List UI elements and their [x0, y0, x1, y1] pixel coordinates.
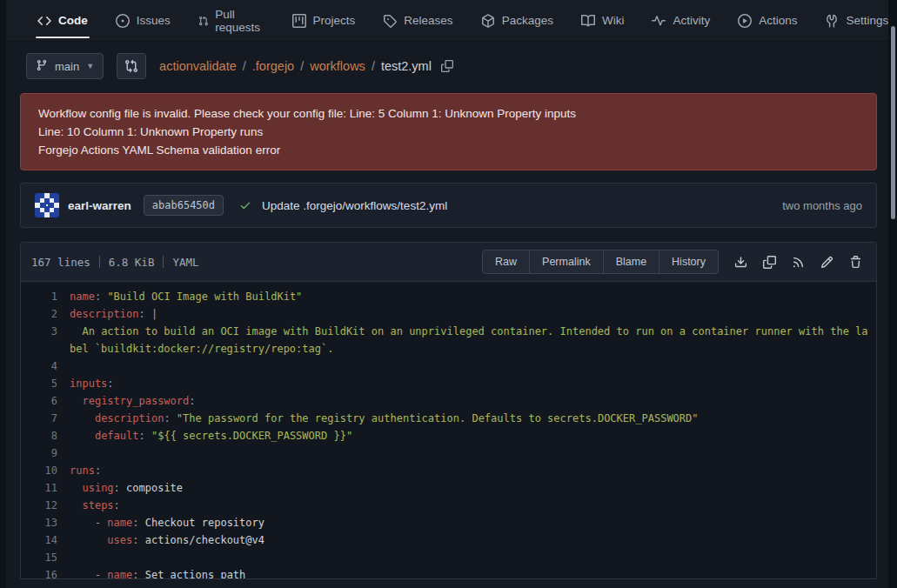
line-number[interactable]: 5 [21, 375, 70, 392]
tab-label: Projects [313, 14, 356, 27]
play-circle-icon [738, 14, 752, 28]
tab-releases[interactable]: Releases [369, 0, 466, 41]
package-icon [481, 14, 495, 28]
tab-actions[interactable]: Actions [724, 0, 811, 41]
trash-button[interactable] [846, 252, 866, 272]
compare-branches-button[interactable] [117, 53, 146, 79]
tab-settings[interactable]: Settings [811, 0, 897, 41]
commit-sha-link[interactable]: abab65450d [144, 195, 224, 216]
branch-selector-button[interactable]: main ▼ [26, 53, 104, 79]
pulse-icon [652, 14, 666, 28]
pencil-icon [820, 256, 833, 269]
tab-label: Packages [502, 14, 553, 27]
code-line: 4 [21, 357, 876, 375]
git-branch-icon [36, 59, 48, 71]
breadcrumb-segment-test2-yml: test2.yml [381, 59, 432, 73]
breadcrumb-segment-workflows[interactable]: workflows [310, 59, 365, 73]
tab-packages[interactable]: Packages [467, 0, 567, 41]
copy-button[interactable] [760, 252, 780, 272]
line-number[interactable]: 2 [21, 305, 70, 323]
permalink-button[interactable]: Permalink [530, 250, 604, 274]
line-content: - name: Checkout repository [70, 514, 876, 531]
history-button[interactable]: History [659, 250, 719, 274]
line-number[interactable]: 12 [21, 497, 70, 514]
line-number[interactable]: 16 [21, 566, 70, 579]
commit-time: two months ago [782, 199, 862, 212]
rss-button[interactable] [788, 252, 808, 272]
view-mode-buttons: RawPermalinkBlameHistory [482, 250, 719, 274]
code-line: 6 registry_password: [21, 392, 876, 410]
file-line-count: 167 lines [31, 256, 90, 269]
breadcrumb-separator: / [243, 59, 246, 73]
pencil-button[interactable] [817, 252, 837, 272]
tab-label: Settings [846, 14, 888, 27]
line-number[interactable]: 9 [21, 444, 70, 462]
file-size: 6.8 KiB [109, 256, 155, 269]
repo-tab-bar: CodeIssuesPull requestsProjectsReleasesP… [0, 0, 897, 42]
tab-label: Actions [759, 14, 797, 27]
code-line: 7 description: "The password for the reg… [21, 410, 876, 427]
commit-message-link[interactable]: Update .forgejo/workflows/test2.yml [262, 199, 447, 212]
code-line: 5inputs: [21, 375, 876, 392]
breadcrumb-segment-actionvalidate[interactable]: actionvalidate [159, 59, 237, 73]
file-info: 167 lines 6.8 KiB YAML [31, 256, 199, 269]
breadcrumb-separator: / [300, 59, 304, 73]
code-line: 8 default: "${{ secrets.DOCKER_PASSWORD … [21, 427, 876, 444]
error-line: Forgejo Actions YAML Schema validation e… [38, 141, 859, 159]
tab-code[interactable]: Code [23, 0, 102, 41]
code-line: 3 An action to build an OCI image with B… [21, 323, 876, 357]
tools-icon [825, 14, 839, 28]
tab-label: Issues [137, 14, 171, 27]
tab-projects[interactable]: Projects [278, 0, 370, 41]
breadcrumb-segment--forgejo[interactable]: .forgejo [252, 59, 294, 73]
branch-name: main [55, 60, 79, 73]
project-board-icon [292, 14, 306, 28]
tab-label: Code [58, 14, 88, 27]
line-content: registry_password: [70, 392, 876, 410]
raw-button[interactable]: Raw [482, 250, 530, 274]
blame-button[interactable]: Blame [604, 250, 659, 274]
tab-label: Activity [673, 14, 710, 27]
line-number[interactable]: 14 [21, 531, 70, 549]
code-line: 12 steps: [21, 497, 876, 514]
scrollbar-track[interactable] [888, 0, 897, 588]
line-number[interactable]: 1 [21, 288, 70, 305]
line-number[interactable]: 6 [21, 392, 70, 410]
line-number[interactable]: 4 [21, 357, 70, 375]
line-content [70, 444, 876, 462]
tab-wiki[interactable]: Wiki [567, 0, 639, 41]
latest-commit-bar: earl-warren abab65450d Update .forgejo/w… [20, 183, 877, 228]
tab-pull-requests[interactable]: Pull requests [184, 0, 278, 41]
commit-author-link[interactable]: earl-warren [68, 199, 131, 212]
tab-issues[interactable]: Issues [102, 0, 184, 41]
code-line: 9 [21, 444, 876, 462]
tab-activity[interactable]: Activity [638, 0, 724, 41]
book-icon [581, 14, 595, 28]
line-content: uses: actions/checkout@v4 [70, 531, 876, 549]
code-line: 14 uses: actions/checkout@v4 [21, 531, 876, 549]
code-view: 1name: "Build OCI Image with BuildKit"2d… [21, 282, 876, 579]
code-line: 16 - name: Set actions path [21, 566, 876, 579]
line-number[interactable]: 11 [21, 479, 70, 497]
line-number[interactable]: 8 [21, 427, 70, 444]
divider [99, 256, 100, 268]
scrollbar-thumb[interactable] [891, 26, 895, 219]
avatar[interactable] [35, 193, 59, 217]
tab-label: Releases [404, 14, 452, 27]
line-number[interactable]: 7 [21, 410, 70, 427]
error-line: Workflow config file is invalid. Please … [38, 104, 859, 123]
file-view-panel: 167 lines 6.8 KiB YAML RawPermalinkBlame… [20, 242, 877, 579]
git-pull-request-icon [198, 14, 209, 28]
download-button[interactable] [731, 252, 751, 272]
copy-path-button[interactable] [441, 60, 453, 72]
check-icon [239, 199, 251, 211]
line-number[interactable]: 3 [21, 323, 70, 357]
line-content [70, 549, 876, 566]
line-number[interactable]: 15 [21, 549, 70, 566]
tag-icon [383, 14, 397, 28]
line-number[interactable]: 13 [21, 514, 70, 531]
line-number[interactable]: 10 [21, 462, 70, 479]
copy-icon [763, 256, 776, 269]
code-line: 1name: "Build OCI Image with BuildKit" [21, 288, 876, 305]
code-line: 13 - name: Checkout repository [21, 514, 876, 531]
